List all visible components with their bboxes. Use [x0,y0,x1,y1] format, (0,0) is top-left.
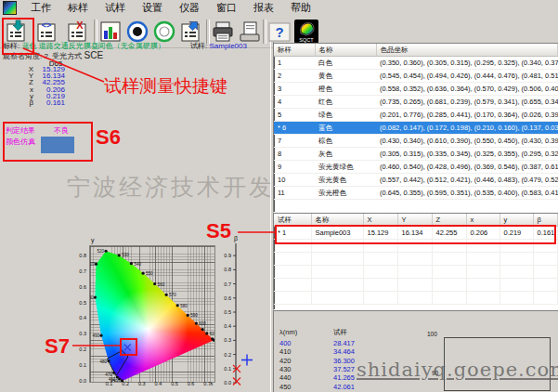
x-tick-label: 0.5 [170,381,179,386]
y-axis-title: y [91,237,95,243]
column-header[interactable]: 名称 [311,214,363,227]
tristimulus-row: β0.161 [0,99,74,106]
locus-label: 560 [158,282,165,287]
locus-point-540 [130,262,133,265]
beta-tick-label: 0.6 [224,295,231,301]
locus-point-600 [195,322,198,325]
locus-point-560 [153,282,156,285]
locus-label: 550 [146,271,153,276]
column-header[interactable]: X [363,214,397,227]
mode-value: SCE [84,50,104,60]
menu-item-报表[interactable]: 报表 [245,0,282,16]
locus-point-530 [118,254,121,256]
beta-axis: β0.00.10.20.30.40.50.60.70.80.9 [217,232,269,392]
standard-row[interactable]: 8灰色(0.305, 0.315), (0.335, 0.345), (0.32… [274,148,558,161]
locus-point-550 [141,272,144,275]
locus-label: 490 [92,333,99,338]
wavelength-value: 410 [279,347,292,356]
watermark-url: shidaiyq.goepe.com [357,359,558,381]
beta-tick-label: 0.0 [224,380,231,385]
beta-tick-label: 0.1 [224,366,231,372]
y-tick-label: 0.6 [74,284,86,290]
column-header[interactable]: 试样 [274,214,311,227]
sqct-logo-icon: SQCT [293,19,319,45]
locus-label: 510 [90,262,95,267]
x-tick-label: 0.3 [137,381,147,386]
column-header[interactable]: 标样 [274,44,315,57]
column-header[interactable]: Y [397,214,432,227]
standard-row[interactable]: 7棕色(0.430, 0.340), (0.610, 0.390), (0.55… [274,135,558,148]
standard-row[interactable]: 5绿色(0.201, 0.776), (0.285, 0.441), (0.17… [274,109,558,122]
standard-row[interactable]: 2黄色(0.545, 0.454), (0.494, 0.426), (0.44… [274,70,558,83]
x-delete-icon: X [76,20,84,31]
locus-point-590 [187,314,189,317]
column-header[interactable]: β [533,214,558,227]
sample-row[interactable]: * 1Sample00315.12916.13442.2550.2060.219… [274,227,558,240]
annotation-shortcut: 试样测量快捷键 [104,74,227,98]
sample-table: 试样名称XYZxyβ * 1Sample00315.12916.13442.25… [274,214,558,305]
column-header[interactable]: x [466,214,500,227]
annotation-s6: S6 [96,125,121,150]
sample-col-header: 试样 [333,328,347,336]
column-header[interactable]: y [500,214,533,227]
locus-point-610 [201,328,204,331]
standards-header-row: 标样名称色品坐标 [274,44,558,57]
beta-tick-label: 0.9 [224,253,231,258]
beta-tick-label: 0.7 [224,281,231,287]
chromaticity-plot[interactable]: 4004504604704804905005105205305405505605… [89,245,215,383]
locus-label: 480 [100,359,108,364]
standard-name: 蓝色 道路交通反光膜昼间色（无金属硬膜） [21,42,164,50]
column-header[interactable]: Z [432,214,466,227]
menu-item-工作[interactable]: 工作 [22,0,59,16]
locus-point-570 [165,294,168,296]
mini-chart-tick-100: 100 [427,331,437,337]
reflectance-value: 42.061 [333,383,355,391]
column-header[interactable]: 色品坐标 [376,44,558,57]
tristimulus-values: X15.129Y16.134Z42.255x0.206y0.219β0.161 [0,66,74,106]
wavelength-value: 430 [279,365,292,373]
locus-label: 620 [210,332,214,336]
reflectance-value: 28.417 [333,339,355,347]
sample-label: 试样: [190,42,207,50]
menu-item-设置[interactable]: 设置 [134,0,171,16]
standard-row[interactable]: 4红色(0.735, 0.265), (0.681, 0.239), (0.57… [274,96,558,109]
y-tick-label: 0.2 [74,346,86,352]
menu-item-标样[interactable]: 标样 [59,0,97,16]
angle-brackets-icon: <> [42,20,52,30]
menu-item-仪器[interactable]: 仪器 [171,0,208,16]
standard-row[interactable]: 3橙色(0.558, 0.352), (0.636, 0.364), (0.57… [274,83,558,96]
bar-chart-icon [98,20,123,44]
standards-panel: 标样名称色品坐标 1白色(0.350, 0.360), (0.305, 0.31… [273,43,558,213]
x-tick-label: 0.1 [105,381,114,386]
beta-tick-label: 0.8 [224,267,231,272]
locus-label: 570 [169,293,176,297]
locus-point-490 [99,334,102,337]
menu-item-试样[interactable]: 试样 [97,0,134,16]
standard-row[interactable]: 10萤光黄色(0.557, 0.442), (0.512, 0.421), (0… [274,174,558,187]
standard-row[interactable]: * 6蓝色(0.082, 0.147), (0.172, 0.198), (0.… [274,122,558,135]
sample-name: Sample003 [209,42,246,50]
color-simulation-label: 颜色仿真 [6,137,35,146]
column-header[interactable]: 名称 [315,44,376,57]
annotation-s5: S5 [206,219,231,243]
reflectance-value: 37.527 [333,365,355,373]
x-tick-label: 0.4 [153,381,162,386]
menu-item-帮助[interactable]: 帮助 [282,0,319,16]
locus-point-620 [205,332,208,334]
locus-label: 530 [122,253,129,257]
y-tick-label: 0.7 [74,268,86,274]
locus-label: 580 [180,304,188,308]
judge-result-value: 不良 [54,126,69,135]
locus-label: 470 [105,372,112,377]
color-simulation-swatch [41,137,74,153]
sqct-logo-button[interactable]: SQCT [292,18,320,46]
beta-tick-label: 0.3 [224,337,231,343]
empty-row [274,279,558,292]
target-filled-icon [125,20,149,44]
standards-table: 标样名称色品坐标 1白色(0.350, 0.360), (0.305, 0.31… [274,44,558,200]
menu-item-窗口[interactable]: 窗口 [208,0,245,16]
standard-row[interactable]: 9萤光黄绿色(0.460, 0.540), (0.428, 0.496), (0… [274,161,558,174]
standard-row[interactable]: 1白色(0.350, 0.360), (0.305, 0.315), (0.29… [274,57,558,70]
standard-row[interactable]: 11萤光橙色(0.645, 0.355), (0.595, 0.351), (0… [274,187,558,200]
locus-point-470 [112,372,115,374]
